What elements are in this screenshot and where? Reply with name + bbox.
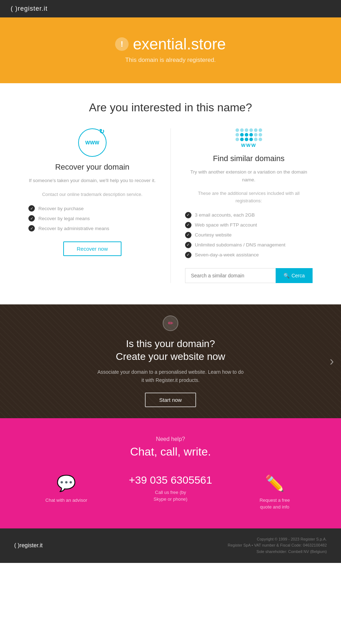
pencil-icon: ✏ bbox=[163, 315, 178, 331]
dot bbox=[240, 138, 244, 141]
grid-dots bbox=[236, 128, 262, 141]
search-icon: 🔍 bbox=[283, 273, 289, 278]
footer-copyright: Copyright © 1999 - 2023 Register S.p.A. … bbox=[228, 536, 327, 555]
www-circle-icon: WWW bbox=[78, 128, 107, 157]
start-now-button[interactable]: Start now bbox=[145, 393, 196, 407]
search-button-label: Cerca bbox=[292, 273, 305, 278]
help-phone-col: +39 035 6305561 Call us free (by Skype o… bbox=[118, 474, 222, 503]
dot bbox=[259, 128, 262, 132]
help-title: Chat, call, write. bbox=[14, 445, 327, 458]
similar-column: WWW Find similar domains Try with anothe… bbox=[171, 128, 327, 283]
recover-checklist: ✓ Recover by purchase ✓ Recover by legal… bbox=[28, 205, 156, 231]
check-icon: ✓ bbox=[185, 252, 191, 258]
similar-item-2: Web space with FTP account bbox=[195, 222, 257, 228]
dot bbox=[254, 138, 258, 141]
similar-title: Find similar domains bbox=[185, 154, 313, 163]
dot bbox=[249, 138, 253, 141]
domain-search-input[interactable] bbox=[185, 268, 276, 283]
recover-desc: If someone's taken your domain, we'll he… bbox=[28, 177, 156, 185]
dot bbox=[236, 138, 239, 141]
recover-desc2: Contact our online trademark description… bbox=[28, 191, 156, 198]
similar-checklist: ✓ 3 email accounts, each 2GB ✓ Web space… bbox=[185, 212, 313, 258]
check-icon: ✓ bbox=[28, 205, 35, 212]
list-item: ✓ Recover by purchase bbox=[28, 205, 156, 212]
check-icon: ✓ bbox=[28, 215, 35, 222]
write-label: Request a free quote and info bbox=[260, 497, 290, 511]
recover-icon-area: WWW bbox=[28, 128, 156, 157]
hero-banner: ! exential.store This domain is already … bbox=[0, 17, 341, 83]
dot bbox=[249, 133, 253, 137]
dot bbox=[236, 128, 239, 132]
help-write-col: ✏️ Request a free quote and info bbox=[223, 474, 327, 511]
phone-number[interactable]: +39 035 6305561 bbox=[129, 474, 212, 486]
similar-item-4: Unlimited subdomains / DNS management bbox=[195, 242, 286, 248]
list-item: ✓ Recover by administrative means bbox=[28, 225, 156, 231]
recover-now-button[interactable]: Recover now bbox=[63, 241, 121, 256]
dot bbox=[259, 133, 262, 137]
www-label: WWW bbox=[85, 140, 99, 145]
domain-search-row: 🔍 Cerca bbox=[185, 268, 313, 283]
footer: ( )register.it Copyright © 1999 - 2023 R… bbox=[0, 528, 341, 563]
check-icon: ✓ bbox=[185, 222, 191, 228]
dot bbox=[245, 133, 248, 137]
similar-desc: Try with another extension or a variatio… bbox=[185, 168, 313, 183]
footer-copy3: Sole shareholder: Combell NV (Belgium) bbox=[228, 549, 327, 555]
similar-icon-area: WWW bbox=[185, 128, 313, 148]
help-chat-col: 💬 Chat with an advisor bbox=[14, 474, 118, 504]
grid-icon: WWW bbox=[236, 128, 262, 148]
main-section: Are you interested in this name? WWW Rec… bbox=[0, 83, 341, 304]
interested-heading: Are you interested in this name? bbox=[14, 101, 327, 114]
list-item: ✓ Seven-day-a-week assistance bbox=[185, 252, 313, 258]
hero-domain-title: ! exential.store bbox=[7, 35, 334, 53]
recover-title: Recover your domain bbox=[28, 163, 156, 172]
chat-icon: 💬 bbox=[56, 474, 76, 493]
exclamation-icon: ! bbox=[115, 37, 129, 51]
footer-copy1: Copyright © 1999 - 2023 Register S.p.A. bbox=[228, 536, 327, 543]
domain-name: exential.store bbox=[133, 35, 226, 53]
recover-item-1: Recover by purchase bbox=[38, 206, 84, 211]
check-icon: ✓ bbox=[185, 242, 191, 248]
logo: ( )register.it bbox=[11, 5, 48, 12]
two-col-layout: WWW Recover your domain If someone's tak… bbox=[14, 128, 327, 283]
similar-item-3: Courtesy website bbox=[195, 232, 232, 238]
grid-www-label: WWW bbox=[236, 143, 262, 148]
dark-subtitle: Associate your domain to a personalised … bbox=[96, 368, 245, 384]
list-item: ✓ 3 email accounts, each 2GB bbox=[185, 212, 313, 218]
list-item: ✓ Web space with FTP account bbox=[185, 222, 313, 228]
check-icon: ✓ bbox=[185, 212, 191, 218]
similar-desc2: These are the additional services includ… bbox=[185, 190, 313, 205]
list-item: ✓ Recover by legal means bbox=[28, 215, 156, 222]
help-pre: Need help? bbox=[14, 436, 327, 442]
dark-content: ✏ Is this your domain? Create your websi… bbox=[96, 315, 245, 408]
search-button[interactable]: 🔍 Cerca bbox=[276, 268, 313, 283]
dot bbox=[240, 128, 244, 132]
check-icon: ✓ bbox=[185, 232, 191, 238]
recover-item-3: Recover by administrative means bbox=[38, 226, 109, 231]
chat-label: Chat with an advisor bbox=[45, 497, 87, 504]
dot bbox=[254, 133, 258, 137]
help-columns: 💬 Chat with an advisor +39 035 6305561 C… bbox=[14, 474, 327, 511]
dot bbox=[245, 128, 248, 132]
dark-section: ✏ Is this your domain? Create your websi… bbox=[0, 304, 341, 418]
similar-item-5: Seven-day-a-week assistance bbox=[195, 252, 259, 257]
check-icon: ✓ bbox=[28, 225, 35, 231]
recover-item-2: Recover by legal means bbox=[38, 216, 90, 221]
footer-copy2: Register SpA • VAT number & Fiscal Code:… bbox=[228, 542, 327, 549]
dot bbox=[236, 133, 239, 137]
recover-column: WWW Recover your domain If someone's tak… bbox=[14, 128, 171, 283]
top-bar: ( )register.it bbox=[0, 0, 341, 17]
footer-logo: ( )register.it bbox=[14, 542, 43, 549]
write-icon: ✏️ bbox=[265, 474, 285, 493]
dot bbox=[254, 128, 258, 132]
list-item: ✓ Unlimited subdomains / DNS management bbox=[185, 242, 313, 248]
arrow-right-icon[interactable]: › bbox=[330, 354, 334, 369]
dot bbox=[249, 128, 253, 132]
dot bbox=[245, 138, 248, 141]
similar-item-1: 3 email accounts, each 2GB bbox=[195, 212, 255, 218]
dot bbox=[259, 138, 262, 141]
call-label: Call us free (by Skype or phone) bbox=[153, 489, 187, 503]
dark-title: Is this your domain? Create your website… bbox=[96, 337, 245, 363]
dot bbox=[240, 133, 244, 137]
hero-subtitle: This domain is already registered. bbox=[7, 57, 334, 64]
help-section: Need help? Chat, call, write. 💬 Chat wit… bbox=[0, 418, 341, 528]
